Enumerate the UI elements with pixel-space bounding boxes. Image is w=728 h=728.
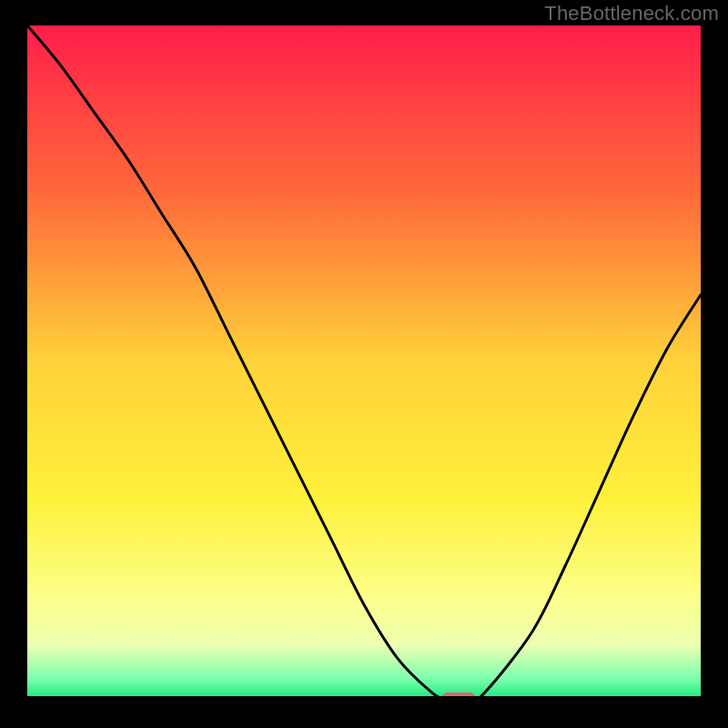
bottleneck-curve [27,25,701,699]
x-axis-line [27,696,701,699]
watermark-text: TheBottleneck.com [544,2,719,25]
bottleneck-chart: TheBottleneck.com [0,0,728,728]
plot-area [27,25,701,699]
